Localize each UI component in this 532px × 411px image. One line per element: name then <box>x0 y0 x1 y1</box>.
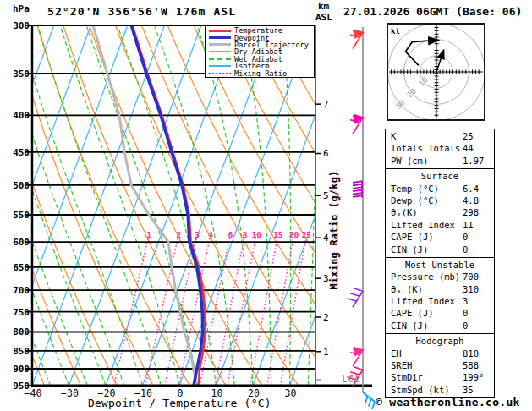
barb-fletch <box>369 399 371 407</box>
barb-fletch <box>365 397 368 404</box>
legend-item-label: Temperature <box>234 27 282 34</box>
stats-row-value: 1.97 <box>463 155 484 167</box>
stats-row-value: 0 <box>463 231 468 243</box>
pressure-tick-label: 750 <box>13 307 30 318</box>
lcl-label: LCL <box>342 374 361 385</box>
stats-row-label: CIN (J) <box>391 320 463 332</box>
mixing-ratio-value-label: 2 <box>176 230 181 239</box>
stats-row-value: 35 <box>463 384 474 396</box>
stats-row-label: StmDir <box>391 371 463 383</box>
legend-line-sample <box>209 51 231 52</box>
stats-row-value: 588 <box>463 359 479 371</box>
legend-line-sample <box>209 73 231 74</box>
stats-row-value: 310 <box>463 283 479 295</box>
stats-row: CAPE (J)0 <box>386 231 494 243</box>
stats-row-label: θₑ(K) <box>391 206 463 218</box>
pressure-tick-label: 700 <box>13 285 30 296</box>
pressure-gridlines <box>32 25 315 386</box>
stats-section: HodographEH810SREH588StmDir199°StmSpd (k… <box>386 334 494 397</box>
mixing-ratio-value-label: 25 <box>302 230 312 239</box>
barb-fletch <box>353 195 362 197</box>
stats-row: Lifted Index3 <box>386 295 494 307</box>
stats-row-label: Temp (°C) <box>391 183 463 195</box>
stats-row: Pressure (mb)700 <box>386 271 494 282</box>
stats-row-label: CAPE (J) <box>391 231 463 243</box>
stats-row-label: Lifted Index <box>391 219 463 231</box>
mixing-ratio-value-label: 1 <box>146 230 151 239</box>
x-axis-label: Dewpoint / Temperature (°C) <box>88 397 271 409</box>
stats-row-value: 810 <box>463 348 479 359</box>
stats-section: K25Totals Totals44PW (cm)1.97 <box>386 129 494 169</box>
hodograph: 102030kt <box>387 23 485 120</box>
stats-section: Most UnstablePressure (mb)700θₑ (K)310Li… <box>386 258 494 334</box>
legend-item-label: Mixing Ratio <box>234 70 287 77</box>
stats-row-label: CAPE (J) <box>391 307 463 319</box>
mixing-ratio-value-label: 10 <box>251 230 261 239</box>
temp-tick-label: 30 <box>285 387 297 399</box>
stats-row: CIN (J)0 <box>386 320 494 332</box>
legend-line-sample <box>209 43 231 46</box>
wind-barb <box>363 392 375 409</box>
barb-fletch <box>347 299 356 302</box>
stats-row-label: K <box>391 130 463 142</box>
stats-row-value: 3 <box>463 295 468 307</box>
wind-barb <box>347 288 363 308</box>
stats-row-label: CIN (J) <box>391 244 463 255</box>
pressure-tick-label: 800 <box>13 326 30 337</box>
legend-item: Mixing Ratio <box>209 69 314 76</box>
pressure-tick-label: 850 <box>13 346 30 357</box>
stats-row: CAPE (J)0 <box>386 307 494 319</box>
stats-row: PW (cm)1.97 <box>386 155 494 167</box>
barb-staff <box>353 291 363 307</box>
stats-row: θₑ (K)310 <box>386 283 494 295</box>
km-tick-label: 2 <box>323 312 329 323</box>
pressure-tick-label: 650 <box>13 262 30 273</box>
stats-row-value: 6.4 <box>463 183 479 195</box>
barb-fletch <box>354 367 363 370</box>
mixing-ratio-value-label: 4 <box>208 230 213 239</box>
pressure-tick-label: 600 <box>13 237 30 248</box>
stats-section: SurfaceTemp (°C)6.4Dewp (°C)4.8θₑ(K)298L… <box>386 169 494 258</box>
stats-row: Lifted Index11 <box>386 219 494 231</box>
stats-row-value: 0 <box>463 244 468 255</box>
wind-barb <box>350 348 363 367</box>
legend-box: TemperatureDewpointParcel TrajectoryDry … <box>205 25 315 78</box>
stats-row: EH810 <box>386 348 494 359</box>
stats-row-value: 25 <box>463 130 474 142</box>
stats-row-label: Totals Totals <box>391 142 463 154</box>
stats-row: CIN (J)0 <box>386 244 494 255</box>
stats-row: StmDir199° <box>386 371 494 383</box>
barb-staff <box>363 392 375 402</box>
wind-barb <box>350 30 363 49</box>
stats-row-value: 11 <box>463 219 474 231</box>
legend-item-label: Isotherm <box>234 63 269 69</box>
stats-row-value: 4.8 <box>463 195 479 206</box>
stats-row-label: PW (cm) <box>391 155 463 167</box>
barb-fletch <box>353 181 362 183</box>
legend-line-sample <box>209 58 231 60</box>
mixing-ratio-value-label: 20 <box>289 230 299 239</box>
hodograph-unit-label: kt <box>391 27 400 36</box>
barb-fletch <box>353 193 362 195</box>
altitude-axis-unit-asl: ASL <box>315 12 332 23</box>
stats-row: θₑ(K)298 <box>386 206 494 218</box>
stats-row-value: 700 <box>463 271 479 282</box>
mixing-ratio-value-label: 8 <box>243 230 248 239</box>
altitude-axis-unit-km: km <box>318 1 329 12</box>
pressure-tick-label: 550 <box>13 210 30 221</box>
wind-barb <box>350 115 363 134</box>
stats-row-label: SREH <box>391 359 463 371</box>
stats-row-value: 298 <box>463 206 479 218</box>
pressure-axis-unit: hPa <box>13 3 30 14</box>
mixing-ratio-value-label: 15 <box>273 230 283 239</box>
stats-row-value: 199° <box>463 371 484 383</box>
stats-row-label: StmSpd (kt) <box>391 384 463 396</box>
stats-section-title: Surface <box>386 170 494 182</box>
mixing-ratio-axis-label: Mixing Ratio (g/kg) <box>328 162 340 298</box>
stats-row: StmSpd (kt)35 <box>386 384 494 396</box>
stats-row-label: θₑ (K) <box>391 283 463 295</box>
legend-line-sample <box>209 30 231 32</box>
stats-row-label: Pressure (mb) <box>391 271 463 282</box>
barb-fletch <box>353 187 362 189</box>
stats-row-label: Lifted Index <box>391 295 463 307</box>
